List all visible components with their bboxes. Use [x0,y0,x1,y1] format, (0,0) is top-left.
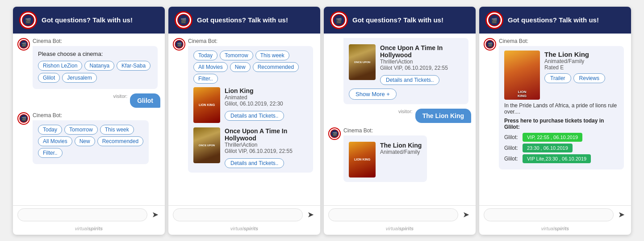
movie-poster-lion-p3: LION KING [349,142,376,178]
chat-input-4[interactable] [484,208,614,221]
chat-footer-1: virtualspirits [13,224,165,235]
bot-avatar-p2: 🎬 [173,38,185,51]
movie-info-hollywood-p2: Once Upon A Time In Hollywood Thriller\A… [225,127,308,168]
big-movie-genre: Animated/Family [544,58,605,64]
chat-panel-4: 🎬 Got questions? Talk with us! 🎬 Cinema … [479,7,631,235]
chat-header-text-3: Got questions? Talk with us! [352,16,443,24]
reviews-btn[interactable]: Reviews [573,73,605,83]
btn-recommended-p2[interactable]: Recommended [253,62,299,72]
details-btn-hollywood-p3[interactable]: Details and Tickets.. [380,75,439,85]
chat-panel-3: 🎬 Got questions? Talk with us! ONCE UPON [324,7,476,235]
chat-header-2: 🎬 Got questions? Talk with us! [168,7,320,34]
bot-bubble-p3-2: LION KING The Lion King Animated/Family [343,135,427,182]
chat-header-text-4: Got questions? Talk with us! [508,16,599,24]
btn-new-p2[interactable]: New [230,62,251,72]
btn-allmovies-p2[interactable]: All Movies [193,62,228,72]
visitor-label-p3: visitor: [398,109,413,114]
chat-header-text-1: Got questions? Talk with us! [42,16,133,24]
ticket-row-3: Glilot: VIP Lite,23:30 , 06.10.2019 [504,154,619,163]
svg-text:🎬: 🎬 [180,17,187,24]
btn-thisweek-p2[interactable]: This week [255,51,289,60]
movie-time-lion-p2: Glilot, 06.10.2019, 22:30 [225,101,308,107]
trailer-btn[interactable]: Trailer [544,73,571,83]
movie-info-hollywood-p3: Once Upon A Time In Hollywood Thriller\A… [380,44,463,85]
ticket-btn-3[interactable]: VIP Lite,23:30 , 06.10.2019 [523,154,591,163]
bot-message-row-1: 🎬 Cinema Bot: Please choose a cinema: Ri… [17,38,160,89]
btn-tomorrow-p1[interactable]: Tomorrow [64,125,98,135]
details-btn-lion-p2[interactable]: Details and Tickets.. [225,111,284,121]
ticket-row-1: Glilot: VIP, 22:55 , 06.10.2019 [504,133,619,142]
chat-input-row-1: ➤ [13,205,165,224]
bot-label-p3-2: Cinema Bot: [343,127,427,134]
show-more-btn-p3[interactable]: Show More + [349,89,397,100]
chat-header-1: 🎬 Got questions? Talk with us! [13,7,165,34]
send-button-3[interactable]: ➤ [461,209,471,220]
bot-choose-cinema: Please choose a cinema: [38,51,152,57]
btn-recommended-p1[interactable]: Recommended [97,136,143,146]
movie-card-hollywood-p2: ONCE UPON Once Upon A Time In Hollywood … [193,127,308,168]
buy-tickets-label: Press here to purchase tickets today in … [504,118,619,130]
svg-text:🎬: 🎬 [25,17,31,24]
footer-italic-1: virtual [75,226,88,231]
chat-footer-3: virtualspirits [324,224,476,235]
bot-bubble-p4: LIONKING The Lion King Animated/Family R… [499,46,624,169]
cinema-btn-natanya[interactable]: Natanya [84,61,114,71]
svg-text:🎬: 🎬 [177,42,182,47]
visitor-label-1: visitor: [113,93,127,99]
movie-title-hollywood-p3: Once Upon A Time In Hollywood [380,44,463,59]
movie-poster-hollywood-p2: ONCE UPON [193,127,220,163]
time-buttons-p2: Today Tomorrow This week [193,51,308,60]
chat-input-3[interactable] [328,208,458,221]
bot-avatar-2: 🎬 [17,112,30,125]
filter-buttons-p2: All Movies New Recommended [193,62,308,72]
ticket-btn-1[interactable]: VIP, 22:55 , 06.10.2019 [523,133,582,142]
cinema-btn-kfar[interactable]: Kfar-Saba [117,61,151,71]
visitor-row-p3: visitor: The Lion King [328,109,471,123]
chat-input-row-4: ➤ [479,205,631,224]
filter-extra-p2: Filter.. [193,74,308,84]
bot-label-p2: Cinema Bot: [188,38,313,44]
footer-bold-1: spirits [88,226,103,231]
big-movie-title: The Lion King [544,51,605,58]
ticket-location-1: Glilot: [504,134,520,140]
cinema-btn-glilot[interactable]: Glilot [38,73,60,83]
footer-italic-3: virtual [386,226,399,231]
chat-body-3: ONCE UPON Once Upon A Time In Hollywood … [324,34,476,205]
movie-action-buttons: Trailer Reviews [544,73,605,83]
btn-allmovies-p1[interactable]: All Movies [38,136,72,146]
svg-text:🎬: 🎬 [21,42,27,47]
bot-avatar-p3-2: 🎬 [328,127,341,140]
svg-text:🎬: 🎬 [488,42,493,47]
btn-today-p1[interactable]: Today [38,125,62,135]
bot-bubble-2: Today Tomorrow This week All Movies New … [33,120,149,164]
btn-thisweek-p1[interactable]: This week [100,125,134,135]
send-button-1[interactable]: ➤ [150,209,160,220]
chat-input-1[interactable] [17,208,147,221]
ticket-btn-2[interactable]: 23:30 , 06.10.2019 [523,144,573,152]
footer-italic-2: virtual [230,226,243,231]
btn-filter-p1[interactable]: Filter.. [38,148,63,158]
filter-buttons-p1: All Movies New Recommended [38,136,143,146]
ticket-location-3: Glilot: [504,156,520,162]
send-button-4[interactable]: ➤ [616,209,627,220]
big-movie-rating: Rated E [544,64,605,71]
movie-genre-hollywood-p3: Thriller\Action [380,59,463,65]
send-button-2[interactable]: ➤ [305,209,316,220]
footer-bold-3: spirits [399,226,414,231]
bot-bubble-1: Please choose a cinema: Rishon LeZion Na… [33,46,158,89]
cinema-btn-rishon[interactable]: Rishon LeZion [38,61,82,71]
chat-input-row-3: ➤ [324,205,476,224]
btn-filter-p2[interactable]: Filter.. [193,74,218,84]
cinema-btn-jerusalem[interactable]: Jerusalem [62,73,96,83]
visitor-bubble-p3: The Lion King [415,109,471,123]
footer-bold-2: spirits [243,226,258,231]
svg-text:🎬: 🎬 [332,131,338,137]
btn-today-p2[interactable]: Today [193,51,217,60]
chat-input-2[interactable] [173,208,303,221]
cinema-buttons-1: Rishon LeZion Natanya Kfar-Saba Glilot J… [38,61,152,83]
btn-new-p1[interactable]: New [75,136,95,146]
details-btn-hollywood-p2[interactable]: Details and Tickets.. [225,158,284,168]
cinema-logo-2: 🎬 [175,11,192,29]
btn-tomorrow-p2[interactable]: Tomorrow [220,51,253,60]
big-movie-info: The Lion King Animated/Family Rated E Tr… [544,51,605,100]
